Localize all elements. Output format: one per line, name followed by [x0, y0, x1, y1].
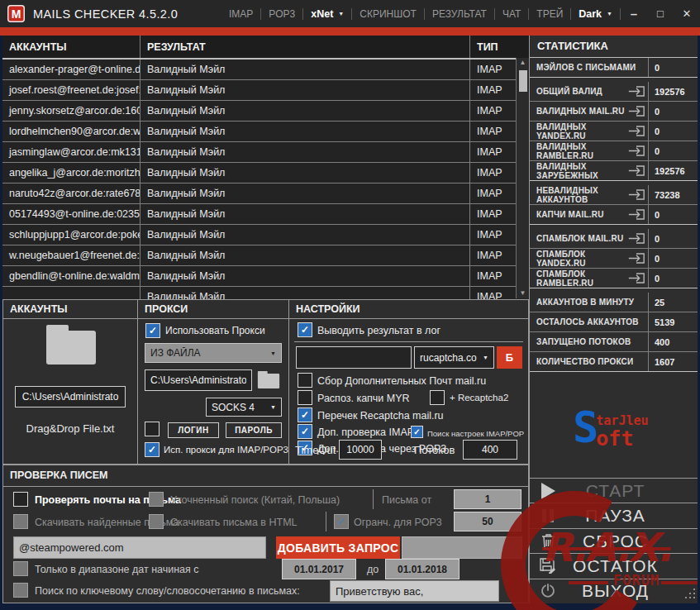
- browse-folder-icon[interactable]: [257, 369, 280, 393]
- play-icon: [530, 483, 566, 499]
- query-field[interactable]: [13, 536, 266, 559]
- export-arrow-icon[interactable]: [627, 145, 645, 157]
- export-arrow-icon[interactable]: [627, 85, 645, 98]
- keyword-field[interactable]: [330, 580, 499, 602]
- table-row[interactable]: gbendlin@t-online.de:waldmann1Валидный М…: [2, 266, 529, 287]
- use-proxy-checkbox[interactable]: ✓: [145, 323, 160, 338]
- pop3-limit-checkbox[interactable]: ✓: [334, 514, 349, 529]
- menu-tray[interactable]: ТРЕЙ: [529, 8, 570, 20]
- proxy-path-field[interactable]: [145, 369, 252, 391]
- menu-result[interactable]: РЕЗУЛЬТАТ: [425, 8, 494, 20]
- timeout-field[interactable]: [339, 440, 382, 460]
- cell-account: gbendlin@t-online.de:waldmann1: [2, 266, 140, 286]
- imap-settings-search-label: Поиск настроек IMAP/POP: [427, 429, 524, 438]
- table-row[interactable]: alexander-prager@t-online.de:fuchs!Валид…: [2, 60, 529, 80]
- table-row[interactable]: w.neugebauer1@freenet.de:schillerВалидны…: [2, 245, 529, 266]
- menu-screenshot[interactable]: СКРИНШОТ: [352, 8, 424, 20]
- menu-chat[interactable]: ЧАТ: [495, 8, 528, 20]
- export-arrow-icon[interactable]: [627, 252, 645, 264]
- letters-from-field[interactable]: [454, 489, 521, 509]
- pause-button[interactable]: ПАУЗА: [530, 503, 698, 527]
- imap-check-checkbox[interactable]: ✓: [298, 424, 312, 439]
- header-result[interactable]: РЕЗУЛЬТАТ: [140, 36, 469, 58]
- accounts-panel-title: АККАУНТЫ: [3, 300, 137, 319]
- maximize-button[interactable]: □: [647, 7, 674, 20]
- export-arrow-icon[interactable]: [627, 125, 645, 137]
- save-icon: [530, 558, 566, 574]
- table-row[interactable]: 05174493@t-online.de:02350545Валидный Мэ…: [2, 204, 529, 225]
- log-checkbox[interactable]: ✓: [298, 322, 312, 337]
- date-range-checkbox[interactable]: [13, 561, 28, 576]
- imap-settings-search-checkbox[interactable]: ✓: [411, 426, 423, 438]
- export-arrow-icon[interactable]: [627, 208, 645, 221]
- cell-result: Валидный Мэйл: [140, 245, 469, 265]
- exit-label: ВЫХОД: [566, 581, 664, 601]
- theme-dropdown[interactable]: Dark▼: [571, 8, 620, 20]
- date-from-field[interactable]: [282, 559, 356, 579]
- stat-value: 192576: [648, 161, 698, 180]
- check-mail-checkbox[interactable]: [13, 492, 28, 507]
- folder-icon[interactable]: [45, 323, 98, 369]
- header-type[interactable]: ТИП: [469, 36, 516, 58]
- close-button[interactable]: ✕: [674, 7, 700, 20]
- scroll-up-icon[interactable]: ▲: [520, 58, 526, 68]
- download-html-checkbox[interactable]: [149, 514, 164, 529]
- captcha-key-field[interactable]: [296, 346, 412, 369]
- resize-grip[interactable]: [684, 588, 696, 603]
- recheck-recaptcha-checkbox[interactable]: ✓: [298, 407, 312, 422]
- remainder-button[interactable]: ОСТАТОК: [530, 553, 698, 578]
- menu-xnet-label: xNet: [311, 8, 333, 20]
- reset-button[interactable]: СБРОС: [530, 528, 698, 553]
- keyword-search-checkbox[interactable]: [13, 583, 28, 598]
- table-row[interactable]: naruto42z@arcor.de:rate6785Валидный Мэйл…: [2, 183, 529, 204]
- login-button[interactable]: ЛОГИН: [168, 422, 219, 438]
- table-row[interactable]: jenny.skorsetz@arcor.de:160480Валидный М…: [2, 101, 529, 122]
- table-row[interactable]: angelika_j@arcor.de:moritzhundВалидный М…: [2, 163, 529, 183]
- stat-value: 1607: [648, 352, 698, 371]
- table-row[interactable]: Валидный МэйлIMAP: [2, 287, 529, 300]
- table-scrollbar[interactable]: ▲ ▼: [516, 58, 529, 298]
- export-arrow-icon[interactable]: [627, 232, 645, 245]
- menu-pop3[interactable]: POP3: [261, 8, 302, 20]
- minimize-button[interactable]: –: [621, 7, 647, 21]
- accounts-path-field[interactable]: [15, 386, 126, 407]
- export-arrow-icon[interactable]: [627, 105, 645, 117]
- proxy-imap-pop3-checkbox[interactable]: ✓: [145, 442, 160, 457]
- scroll-down-icon[interactable]: ▼: [520, 288, 526, 298]
- export-arrow-icon[interactable]: [627, 164, 645, 177]
- table-header: АККАУНТЫ РЕЗУЛЬТАТ ТИП: [2, 36, 529, 60]
- password-button[interactable]: ПАРОЛЬ: [226, 422, 282, 438]
- proxy-type-select[interactable]: SOCKS 4 ▼: [206, 398, 282, 417]
- download-found-checkbox[interactable]: [13, 514, 28, 529]
- balance-button[interactable]: Б: [497, 346, 522, 369]
- table-row[interactable]: lordhelmchen90@arcor.de:w1a2s3Валидный М…: [2, 122, 529, 142]
- threads-field[interactable]: [463, 440, 517, 460]
- scrollbar-thumb[interactable]: [519, 70, 527, 92]
- table-row[interactable]: josef.roest@freenet.de:josef1Валидный Мэ…: [2, 80, 529, 101]
- proxy-panel-title: ПРОКСИ: [138, 300, 288, 319]
- start-button[interactable]: СТАРТ: [530, 478, 698, 503]
- export-arrow-icon[interactable]: [627, 272, 645, 284]
- menu-xnet-dropdown[interactable]: xNet▼: [303, 8, 351, 20]
- exit-button[interactable]: ВЫХОД: [530, 579, 698, 603]
- stat-value: 0: [648, 102, 698, 121]
- recaptcha2-checkbox[interactable]: [430, 390, 445, 405]
- header-accounts[interactable]: АККАУНТЫ: [2, 36, 140, 58]
- query-extra-box[interactable]: [402, 536, 522, 559]
- captcha-service-select[interactable]: rucaptcha.co ▼: [414, 346, 494, 369]
- refined-search-checkbox[interactable]: [149, 492, 164, 507]
- export-arrow-icon[interactable]: [627, 188, 645, 201]
- table-row[interactable]: jasminglaw@arcor.de:mk1311chrisВалидный …: [2, 142, 529, 163]
- table-row[interactable]: schluppjupp1@arcor.de:poker777Валидный М…: [2, 225, 529, 245]
- cell-result: Валидный Мэйл: [140, 80, 469, 100]
- cell-type: IMAP: [469, 266, 516, 286]
- pop3-limit-field[interactable]: [454, 512, 521, 531]
- proxy-auth-checkbox[interactable]: [145, 422, 160, 436]
- results-table: АККАУНТЫ РЕЗУЛЬТАТ ТИП alexander-prager@…: [2, 36, 529, 299]
- collect-mail-checkbox[interactable]: [298, 373, 312, 388]
- menu-imap[interactable]: IMAP: [221, 8, 260, 20]
- date-to-field[interactable]: [385, 559, 460, 579]
- add-query-button[interactable]: ДОБАВИТЬ ЗАПРОС: [276, 536, 400, 559]
- myr-captcha-checkbox[interactable]: [298, 390, 312, 405]
- proxy-source-select[interactable]: ИЗ ФАЙЛА ▼: [145, 343, 282, 363]
